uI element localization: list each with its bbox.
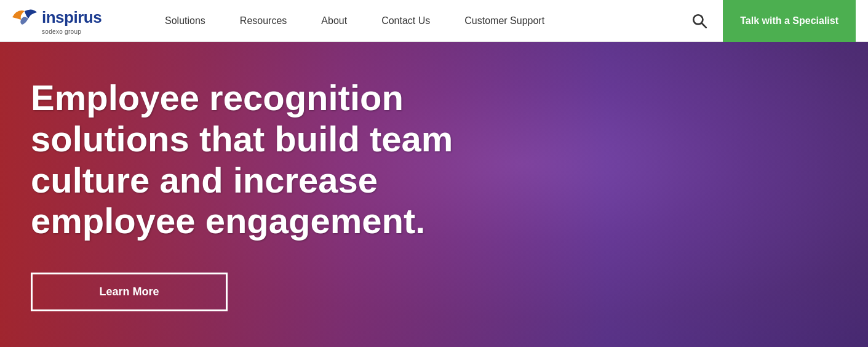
search-button[interactable] xyxy=(688,10,711,32)
logo[interactable]: inspirus sodexo group xyxy=(12,6,102,35)
header-right: Talk with a Specialist xyxy=(688,0,856,42)
hero-section: Employee recognition solutions that buil… xyxy=(0,42,868,347)
nav-solutions[interactable]: Solutions xyxy=(148,0,223,42)
learn-more-button[interactable]: Learn More xyxy=(31,273,228,311)
main-nav: Solutions Resources About Contact Us Cus… xyxy=(148,0,688,42)
inspirus-logo-icon xyxy=(12,6,38,28)
logo-tagline: sodexo group xyxy=(42,28,81,35)
logo-area[interactable]: inspirus sodexo group xyxy=(12,6,123,35)
hero-headline: Employee recognition solutions that buil… xyxy=(31,78,492,242)
svg-line-1 xyxy=(702,23,706,27)
nav-contact[interactable]: Contact Us xyxy=(364,0,447,42)
site-header: inspirus sodexo group Solutions Resource… xyxy=(0,0,868,42)
hero-content: Employee recognition solutions that buil… xyxy=(0,42,868,347)
nav-about[interactable]: About xyxy=(304,0,364,42)
search-icon xyxy=(691,13,707,29)
talk-with-specialist-button[interactable]: Talk with a Specialist xyxy=(723,0,856,42)
nav-support[interactable]: Customer Support xyxy=(447,0,562,42)
nav-resources[interactable]: Resources xyxy=(223,0,304,42)
logo-text: inspirus xyxy=(42,8,102,27)
